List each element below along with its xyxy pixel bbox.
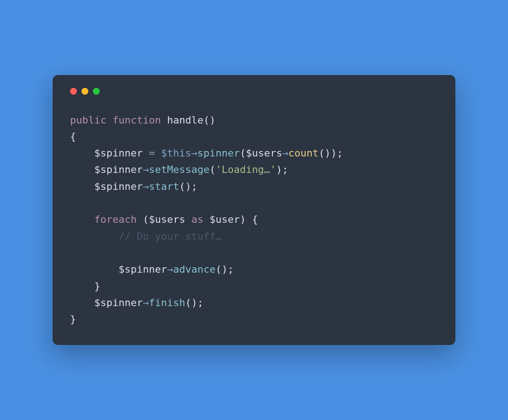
brace-open: { — [70, 131, 76, 142]
code-window: public function handle() { $spinner = $t… — [53, 75, 455, 345]
window-controls — [70, 88, 438, 95]
keyword-function: function — [113, 114, 161, 126]
operator-assign: = — [143, 147, 161, 159]
semicolon: ; — [191, 181, 197, 192]
arrow-operator: → — [143, 297, 149, 308]
variable-spinner: $spinner — [94, 147, 143, 159]
paren-open: ( — [137, 214, 149, 225]
indent — [70, 297, 94, 308]
paren-close: ) — [240, 214, 252, 225]
indent — [70, 181, 94, 192]
variable-user: $user — [210, 214, 240, 225]
method-count: count — [288, 147, 319, 159]
minimize-icon[interactable] — [81, 88, 88, 95]
arrow-operator: → — [143, 181, 149, 192]
paren-open: ( — [210, 164, 216, 175]
parentheses: () — [216, 264, 228, 275]
indent — [70, 231, 119, 242]
arrow-operator: → — [143, 164, 149, 175]
method-spinner: spinner — [197, 147, 240, 159]
string-loading: 'Loading…' — [216, 164, 276, 175]
brace-open: { — [252, 214, 258, 225]
code-block: public function handle() { $spinner = $t… — [70, 112, 438, 328]
semicolon: ; — [282, 164, 288, 175]
paren-close: ) — [331, 147, 337, 159]
brace-close: } — [70, 313, 76, 325]
indent — [70, 280, 94, 292]
variable-spinner: $spinner — [94, 164, 143, 175]
variable-spinner: $spinner — [94, 297, 143, 308]
paren-open: ( — [240, 147, 246, 159]
this-ref: $this — [161, 147, 191, 159]
semicolon: ; — [337, 147, 343, 159]
variable-users: $users — [149, 214, 185, 225]
parentheses: () — [203, 114, 216, 126]
indent — [70, 264, 119, 275]
variable-users: $users — [246, 147, 282, 159]
indent — [70, 214, 94, 225]
arrow-operator: → — [191, 147, 197, 159]
indent — [70, 147, 94, 159]
method-advance: advance — [173, 264, 216, 275]
brace-close: } — [94, 280, 100, 292]
method-start: start — [149, 181, 179, 192]
indent — [70, 164, 94, 175]
parentheses: () — [179, 181, 191, 192]
parentheses: () — [185, 297, 198, 308]
keyword-public: public — [70, 114, 106, 126]
parentheses: () — [319, 147, 331, 159]
semicolon: ; — [197, 297, 203, 308]
method-finish: finish — [149, 297, 185, 308]
arrow-operator: → — [282, 147, 288, 159]
keyword-as: as — [185, 214, 210, 225]
method-setmessage: setMessage — [149, 164, 209, 175]
paren-close: ) — [276, 164, 282, 175]
semicolon: ; — [227, 264, 233, 275]
arrow-operator: → — [167, 264, 173, 275]
comment: // Do your stuff… — [119, 231, 222, 242]
maximize-icon[interactable] — [93, 88, 100, 95]
variable-spinner: $spinner — [119, 264, 167, 275]
close-icon[interactable] — [70, 88, 77, 95]
keyword-foreach: foreach — [94, 214, 137, 225]
variable-spinner: $spinner — [94, 181, 143, 192]
function-name: handle — [167, 114, 203, 126]
